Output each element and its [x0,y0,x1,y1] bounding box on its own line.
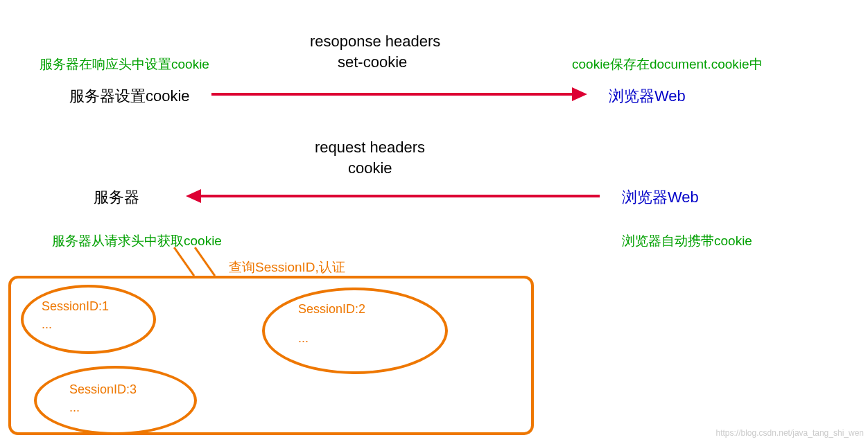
session-1-dots: ... [42,317,52,332]
watermark: https://blog.csdn.net/java_tang_shi_wen [716,428,864,438]
set-cookie-label: set-cookie [338,53,407,71]
session-auth-note: 查询SessionID,认证 [229,258,345,276]
browser-web-label-1: 浏览器Web [609,86,686,107]
connector-line-2 [194,247,216,276]
session-1-id: SessionID:1 [42,299,109,314]
arrow-left-line [201,195,600,197]
arrow-right-line [211,93,572,96]
request-headers-label: request headers [315,139,425,157]
server-label: 服务器 [94,187,139,208]
server-set-cookie-label: 服务器设置cookie [69,86,190,107]
session-3-ellipse [34,366,197,435]
connector-line-1 [173,247,195,276]
arrow-left-head [186,189,201,203]
cookie-stored-note: cookie保存在document.cookie中 [572,55,763,73]
session-3-id: SessionID:3 [69,382,137,397]
session-2-dots: ... [298,331,309,346]
server-set-cookie-note: 服务器在响应头中设置cookie [40,55,209,73]
browser-carry-cookie-note: 浏览器自动携带cookie [622,232,752,250]
session-2-id: SessionID:2 [298,302,365,317]
browser-web-label-2: 浏览器Web [622,187,699,208]
arrow-right-head [572,87,587,101]
cookie-label: cookie [348,159,392,177]
response-headers-label: resoponse headers [310,33,440,51]
session-2-ellipse [262,288,448,374]
session-3-dots: ... [69,400,80,415]
